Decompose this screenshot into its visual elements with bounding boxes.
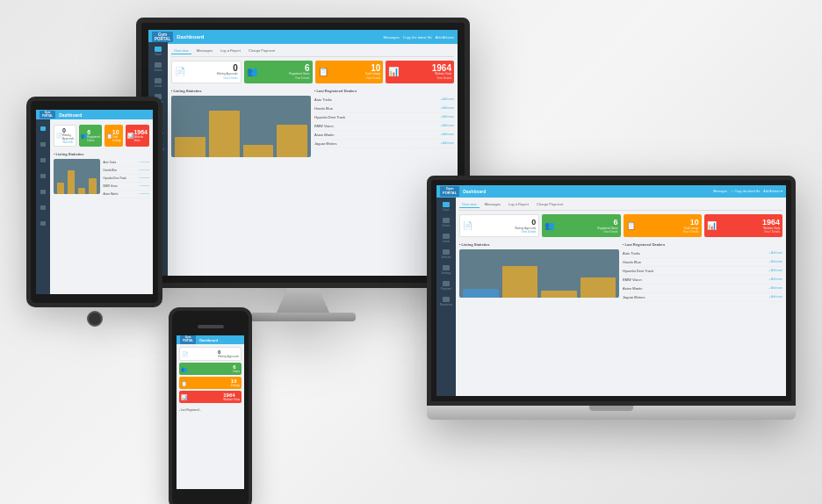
tablet-list-item: Hyundai Dent Track + Add more (104, 175, 150, 183)
tablet-card-users: 👥 6 Registered Users (79, 125, 102, 147)
laptop-chart-title: ▪ Listing Statistics (459, 242, 619, 247)
laptop-tabs: Overview Messages Log a Report Charge Pa… (459, 201, 782, 211)
laptop-screen: Gym PORTAL Dashboard Messages ↑↑ Copy th… (427, 176, 796, 406)
list-item: Hyundai Dent Track + Add more (314, 113, 454, 122)
card-listings-icon: 📋 (318, 67, 328, 76)
laptop-listings-view[interactable]: View / Details (683, 230, 699, 234)
tablet-list-item: Honda Blue + Add more (104, 167, 150, 175)
tablet-sidebar-dash[interactable] (37, 123, 49, 133)
tablet-approvals-num: 0 (62, 127, 74, 133)
laptop-sidebar-leads[interactable]: Leads (440, 233, 452, 243)
laptop-dash-icon (443, 202, 450, 207)
tab-payment[interactable]: Charge Payment (246, 47, 278, 54)
card-listings-view[interactable]: View Details (365, 76, 380, 80)
tablet-users-icon: 👥 (81, 133, 87, 139)
laptop-list-item: Auto Tricks + Add more (623, 249, 782, 258)
tablet-approvals-label: Waiting Approvals (62, 133, 74, 140)
tablet-header: Gym PORTAL Dashboard (36, 110, 153, 119)
laptop-list-item: Hyundai Dent Track + Add more (623, 267, 782, 276)
list-title: ▪ Last Registered Dealers (314, 89, 454, 93)
tab-report[interactable]: Log a Report (218, 47, 243, 54)
laptop-sidebar: Dash Clients Leads Vehicles Settings (436, 198, 456, 396)
phone-listings-icon: 📋 (181, 380, 187, 386)
tablet-sidebar-vehicles[interactable] (37, 170, 49, 181)
tab-messages[interactable]: Messages (194, 47, 215, 54)
tablet-approvals-icon: 📄 (56, 133, 62, 139)
laptop-link-admins[interactable]: Add Admins ▾ (763, 190, 782, 193)
phone-users-icon: 👥 (181, 366, 187, 372)
laptop-visits-icon: 📊 (707, 221, 717, 230)
monitor-screen: Gym PORTAL Dashboard Messages Copy the l… (136, 18, 470, 288)
tablet-listings-icon: 📋 (106, 133, 112, 139)
monitor-header-links: Messages Copy the latest file Add Admins (384, 35, 455, 40)
tablet-sidebar-resources[interactable] (37, 218, 49, 228)
sidebar-item-leads[interactable]: Leads (152, 77, 164, 88)
chart-bar-3 (243, 145, 274, 156)
card-users: 👥 6 Registered Users View Details (244, 61, 313, 83)
clients-icon (155, 62, 162, 68)
chart-title: ▪ Listing Statistics (171, 89, 311, 93)
laptop-sidebar-clients[interactable]: Clients (440, 217, 452, 227)
laptop-tab-overview[interactable]: Overview (459, 201, 480, 208)
laptop-chart-area: ▪ Listing Statistics (459, 242, 619, 302)
phone-approvals-icon: 📄 (182, 351, 188, 357)
laptop-tab-report[interactable]: Log a Report (506, 201, 531, 208)
laptop-sidebar-settings[interactable]: Settings (440, 264, 452, 275)
tablet-sidebar-payment[interactable] (37, 202, 49, 212)
laptop-bar-4 (580, 277, 616, 298)
laptop-listings-num: 10 (683, 218, 699, 227)
monitor-chart-area: ▪ Listing Statistics (171, 89, 311, 157)
laptop-sidebar-payment[interactable]: Payment (440, 280, 452, 291)
sidebar-item-clients[interactable]: Clients (152, 61, 164, 72)
laptop-users-num: 6 (597, 218, 617, 227)
sidebar-item-dashboard[interactable]: Dash (152, 46, 164, 56)
laptop-users-view[interactable]: View Details (597, 230, 617, 234)
phone-card-users: 👥 6 Users (179, 363, 242, 375)
tablet-sidebar-clients[interactable] (37, 139, 49, 149)
tablet-payment-icon (40, 205, 46, 210)
tablet-leads-icon (40, 158, 46, 162)
laptop-sidebar-dash[interactable]: Dash (440, 201, 452, 212)
laptop-tab-payment[interactable]: Charge Payment (534, 201, 566, 208)
tablet-settings-icon (40, 190, 46, 194)
tablet-chart-area (54, 159, 100, 198)
laptop-base (427, 406, 796, 420)
tablet-approvals-view[interactable]: View Info (62, 140, 74, 144)
tablet-list-area: Auto Tricks + Add more Honda Blue + Add … (104, 159, 150, 198)
header-link-admins[interactable]: Add Admins (436, 35, 454, 40)
laptop-list-item: Jaguar Motors + Add more (623, 293, 782, 302)
list-item: Honda Blue + Add more (314, 104, 454, 113)
laptop-sidebar-vehicles[interactable]: Vehicles (440, 248, 452, 259)
tablet-logo: Gym PORTAL (40, 111, 55, 119)
tablet-sidebar-leads[interactable] (37, 155, 49, 165)
laptop-vehicles-icon (443, 249, 450, 255)
header-link-messages[interactable]: Messages (384, 35, 400, 40)
tablet-home-button[interactable] (87, 311, 103, 327)
laptop-link-files[interactable]: ↑↑ Copy the latest file (731, 190, 760, 193)
phone-users-label: Users (233, 370, 240, 373)
laptop-link-messages[interactable]: Messages (713, 190, 727, 193)
tablet-list-item: BMW Vision + Add more (104, 183, 150, 191)
laptop-bar-2 (502, 266, 538, 298)
laptop-sidebar-resources[interactable]: Resources (440, 296, 452, 306)
tablet-visits-icon: 📊 (127, 133, 133, 139)
tablet-bottom: Auto Tricks + Add more Honda Blue + Add … (54, 159, 149, 198)
tablet-sidebar (36, 119, 50, 294)
phone-content: 📄 0 Waiting Approvals 👥 6 Users (177, 344, 244, 414)
laptop-tab-messages[interactable]: Messages (482, 201, 503, 208)
card-visits-view[interactable]: View Details (432, 76, 451, 80)
monitor-content: Overview Messages Log a Report Charge Pa… (168, 44, 458, 161)
laptop-list-item: Honda Blue + Add more (623, 258, 782, 267)
laptop-approvals-view[interactable]: View Details (515, 230, 536, 234)
tablet-vehicles-icon (40, 174, 46, 178)
tablet-bar-2 (68, 170, 75, 194)
tablet-cards: 📄 0 Waiting Approvals View Info 👥 6 Regi… (54, 125, 149, 147)
list-item: BMW Vision + Add more (314, 122, 454, 131)
tab-overview[interactable]: Overview (171, 47, 191, 54)
laptop-visits-view[interactable]: View / Details (762, 230, 780, 234)
laptop-bar-3 (541, 291, 577, 298)
card-users-view[interactable]: View Details (289, 76, 309, 80)
tablet-sidebar-settings[interactable] (37, 186, 49, 197)
card-approvals-view[interactable]: View Details (217, 76, 238, 80)
header-link-files[interactable]: Copy the latest file (403, 35, 432, 40)
